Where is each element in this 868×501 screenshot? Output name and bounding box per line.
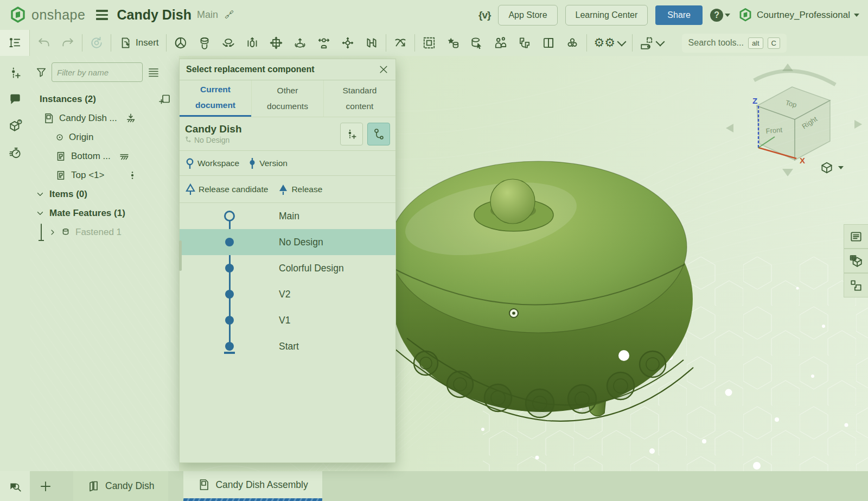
version-row-main[interactable]: Main	[180, 203, 395, 229]
version-node-icon[interactable]	[225, 238, 234, 246]
select-replacement-dialog: Select replacement component Current doc…	[179, 59, 396, 463]
tree-node-bottom[interactable]: Bottom ...	[35, 147, 175, 166]
insert-parts-panel-button[interactable]	[844, 273, 868, 297]
version-row-v2[interactable]: V2	[180, 281, 395, 307]
version-row-colorful-design[interactable]: Colorful Design	[180, 255, 395, 281]
version-row-start[interactable]: Start	[180, 333, 395, 359]
feature-pattern-button[interactable]	[446, 36, 460, 50]
comment-icon	[8, 92, 22, 106]
version-node-icon[interactable]	[225, 316, 234, 325]
fastened-mate-button[interactable]	[197, 36, 212, 50]
update-button[interactable]	[90, 36, 104, 50]
cylindrical-mate-button[interactable]	[293, 36, 307, 50]
chevron-right-icon[interactable]	[48, 228, 57, 237]
parallel-mate-button[interactable]	[365, 36, 379, 50]
version-node-icon[interactable]	[225, 290, 234, 299]
add-subassembly-icon[interactable]	[158, 93, 171, 106]
tab-standard-content[interactable]: Standard content	[323, 80, 395, 117]
create-version-button[interactable]	[6, 64, 24, 82]
in-context-button[interactable]	[518, 36, 532, 50]
undo-button[interactable]	[37, 36, 51, 50]
tangent-mate-button[interactable]	[393, 36, 407, 50]
mate-button[interactable]	[174, 36, 188, 50]
search-tabs-button[interactable]	[0, 471, 30, 501]
instances-section-header[interactable]: Instances (2)	[35, 90, 175, 109]
drop-indicator	[41, 224, 42, 240]
version-row-no-design[interactable]: No Design	[180, 229, 395, 255]
tree-node-top[interactable]: Top <1>	[35, 166, 175, 185]
feature-script-icon[interactable]: {v}	[478, 9, 490, 21]
help-menu[interactable]: ?	[710, 9, 730, 22]
search-tools-button[interactable]: Search tools... alt C	[682, 34, 787, 53]
panel-scrollbar-thumb[interactable]	[179, 240, 182, 271]
star-feature-icon	[446, 36, 460, 50]
version-plus-icon	[345, 128, 358, 141]
learning-center-button[interactable]: Learning Center	[565, 5, 648, 26]
fastened-mate-small-icon	[60, 227, 71, 238]
branch-icon	[185, 136, 192, 143]
new-tab-button[interactable]	[30, 471, 61, 501]
sheet-metal-menu-button[interactable]	[640, 36, 663, 50]
legend-release: Release	[278, 183, 322, 196]
mate-connector-dots-icon	[127, 170, 138, 181]
app-header: onshape Candy Dish Main 🔗︎ {v} App Store…	[0, 0, 868, 30]
share-button[interactable]: Share	[655, 5, 703, 25]
user-menu[interactable]: Courtney_Professional	[738, 8, 859, 23]
version-node-icon[interactable]	[225, 264, 234, 272]
group-selection-icon	[422, 36, 436, 50]
help-parts-button[interactable]: ?	[6, 117, 24, 135]
revolute-mate-button[interactable]	[221, 36, 235, 50]
create-version-dialog-button[interactable]	[340, 123, 363, 145]
filter-icon[interactable]	[35, 66, 47, 78]
copy-link-icon[interactable]: 🔗︎	[225, 10, 234, 21]
tree-node-fastened[interactable]: Fastened 1	[35, 223, 175, 242]
version-graph-toggle-button[interactable]	[367, 123, 390, 145]
ball-mate-button[interactable]	[341, 36, 355, 50]
close-icon[interactable]	[378, 64, 389, 75]
slider-mate-button[interactable]	[245, 36, 259, 50]
named-positions-button[interactable]	[494, 36, 508, 50]
insert-icon	[118, 36, 132, 50]
chevron-down-icon	[725, 14, 730, 17]
configurations-panel-button[interactable]	[844, 249, 868, 273]
logo-text: onshape	[31, 7, 85, 23]
insert-button[interactable]: Insert	[118, 36, 159, 50]
tab-other-documents[interactable]: Other documents	[251, 80, 323, 117]
part-studio-part-icon	[849, 278, 863, 293]
tree-node-origin[interactable]: Origin	[35, 128, 175, 147]
document-tabs-bar: Candy Dish Candy Dish Assembly	[0, 471, 868, 501]
fixed-icon	[118, 150, 130, 162]
view-settings-button[interactable]	[820, 161, 844, 175]
version-row-v1[interactable]: V1	[180, 307, 395, 333]
performance-button[interactable]	[6, 143, 24, 162]
mate-features-section-header[interactable]: Mate Features (1)	[35, 204, 175, 223]
bom-panel-button[interactable]	[844, 224, 868, 249]
group-select-button[interactable]	[422, 36, 436, 50]
mate-icon	[174, 36, 188, 50]
version-node-icon[interactable]	[225, 342, 234, 351]
axis-x-label: X	[800, 156, 805, 165]
derived-parts-icon	[518, 36, 532, 50]
edit-part-button[interactable]	[470, 36, 484, 50]
settings-menu-button[interactable]: ⚙︎⚙︎	[594, 37, 625, 49]
tree-node-assembly[interactable]: Candy Dish ...	[35, 109, 175, 128]
list-view-icon[interactable]	[147, 66, 160, 79]
onshape-logo[interactable]: onshape	[9, 6, 85, 24]
redo-button[interactable]	[61, 36, 75, 50]
tab-current-document[interactable]: Current document	[180, 80, 251, 117]
tab-part-studio[interactable]: Candy Dish	[73, 471, 168, 501]
items-section-header[interactable]: Items (0)	[35, 185, 175, 204]
pin-slot-mate-button[interactable]	[317, 36, 331, 50]
app-store-button[interactable]: App Store	[498, 5, 557, 26]
version-icon	[248, 157, 257, 169]
pattern-button[interactable]	[565, 36, 579, 50]
section-view-button[interactable]	[541, 36, 556, 50]
filter-input[interactable]	[52, 62, 143, 82]
assembly-structure-toggle[interactable]	[0, 30, 30, 56]
planar-mate-button[interactable]	[269, 36, 283, 50]
workspace-node-icon[interactable]	[224, 211, 235, 221]
tab-assembly[interactable]: Candy Dish Assembly	[183, 471, 322, 501]
ball-mate-icon	[341, 36, 355, 50]
main-menu-button[interactable]	[96, 10, 108, 20]
comments-button[interactable]	[6, 90, 24, 109]
